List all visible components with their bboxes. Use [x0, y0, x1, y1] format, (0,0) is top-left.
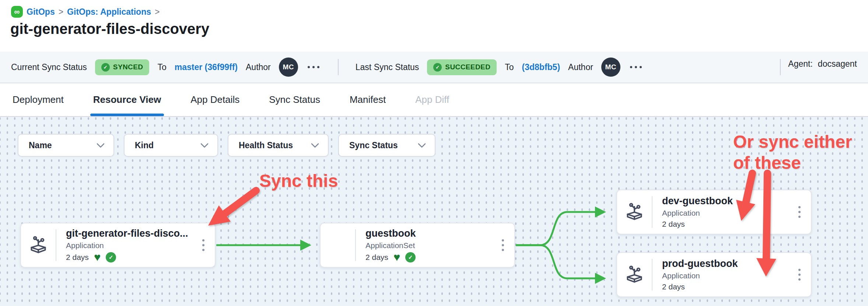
- last-sync-status-badge: ✓ SUCCEEDED: [427, 59, 497, 75]
- node-title: git-generator-files-disco...: [66, 228, 215, 239]
- node-kebab-menu-icon[interactable]: [796, 204, 803, 220]
- node-git-generator-files-discovery[interactable]: git-generator-files-disco... Application…: [20, 223, 216, 268]
- current-sync-status-label: Current Sync Status: [11, 62, 87, 72]
- agent-group: Agent: docsagent: [780, 59, 857, 75]
- breadcrumb-separator: >: [59, 7, 63, 17]
- current-revision-link[interactable]: master (36f99ff): [175, 62, 238, 72]
- filter-kind-dropdown[interactable]: Kind: [124, 134, 218, 157]
- last-more-actions-icon[interactable]: [629, 65, 643, 70]
- filter-health-status-label: Health Status: [239, 140, 293, 150]
- filter-sync-status-dropdown[interactable]: Sync Status: [338, 134, 435, 157]
- node-title: dev-guestbook: [662, 195, 811, 207]
- last-author-label: Author: [568, 62, 593, 72]
- health-heart-icon: ♥: [94, 253, 101, 261]
- filter-health-status-dropdown[interactable]: Health Status: [228, 134, 329, 157]
- breadcrumb-separator: >: [155, 7, 160, 17]
- check-circle-icon: ✓: [101, 63, 110, 72]
- annotation-or-sync-line1: Or sync either: [733, 131, 866, 152]
- sync-status-bar: Current Sync Status ✓ SYNCED To master (…: [0, 52, 868, 83]
- node-kind: Application: [662, 209, 811, 218]
- page-title: git-generator-files-discovery: [10, 21, 209, 37]
- chevron-down-icon: [97, 143, 105, 148]
- edge-guestbook-to-dev: [516, 212, 603, 245]
- node-guestbook[interactable]: guestbook ApplicationSet 2 days ♥ ✓: [320, 223, 515, 268]
- node-age: 2 days: [365, 253, 388, 262]
- node-dev-guestbook[interactable]: dev-guestbook Application 2 days: [616, 189, 812, 234]
- last-sync-status-label: Last Sync Status: [356, 62, 419, 72]
- health-heart-icon: ♥: [393, 253, 400, 261]
- check-circle-icon: ✓: [433, 63, 442, 72]
- tab-sync-status[interactable]: Sync Status: [269, 83, 320, 116]
- app-tabs: Deployment Resource View App Details Syn…: [0, 83, 868, 116]
- chevron-down-icon: [418, 143, 426, 148]
- application-resource-icon: [617, 190, 652, 234]
- node-kind: ApplicationSet: [365, 241, 514, 250]
- annotation-sync-this: Sync this: [259, 170, 338, 191]
- tab-resource-view[interactable]: Resource View: [93, 83, 161, 116]
- filter-kind-label: Kind: [135, 140, 154, 150]
- last-author-avatar: MC: [601, 58, 620, 77]
- filter-sync-status-label: Sync Status: [349, 140, 398, 150]
- current-author-label: Author: [246, 62, 271, 72]
- node-title: guestbook: [365, 228, 514, 239]
- node-title: prod-guestbook: [662, 258, 811, 270]
- last-revision-link[interactable]: (3d8bfb5): [522, 62, 560, 72]
- divider: [338, 59, 339, 75]
- application-resource-icon: [617, 253, 652, 296]
- breadcrumb-link-applications[interactable]: GitOps: Applications: [67, 7, 151, 17]
- chevron-down-icon: [200, 143, 209, 148]
- applicationset-icon-placeholder: [321, 223, 355, 267]
- tab-app-details[interactable]: App Details: [190, 83, 239, 116]
- current-sync-status-badge: ✓ SYNCED: [95, 59, 150, 75]
- last-to-label: To: [505, 62, 514, 72]
- node-age: 2 days: [66, 253, 89, 262]
- synced-check-icon: ✓: [106, 252, 116, 262]
- tab-deployment[interactable]: Deployment: [13, 83, 64, 116]
- agent-label: Agent:: [788, 59, 813, 75]
- node-kebab-menu-icon[interactable]: [500, 237, 506, 253]
- last-sync-status-badge-label: SUCCEEDED: [445, 63, 490, 71]
- edge-guestbook-to-prod: [516, 245, 603, 278]
- page-header: ∞ GitOps > GitOps: Applications > git-ge…: [0, 0, 868, 52]
- current-author-avatar: MC: [279, 58, 298, 77]
- node-age: 2 days: [662, 282, 685, 291]
- current-to-label: To: [157, 62, 166, 72]
- gitops-logo-icon: ∞: [11, 6, 23, 18]
- divider: [780, 59, 781, 75]
- breadcrumb: ∞ GitOps > GitOps: Applications >: [11, 6, 160, 18]
- chevron-down-icon: [311, 143, 319, 148]
- node-kebab-menu-icon[interactable]: [200, 237, 207, 253]
- agent-value: docsagent: [818, 59, 857, 75]
- tab-app-diff[interactable]: App Diff: [415, 83, 449, 116]
- node-age: 2 days: [662, 220, 685, 229]
- node-kebab-menu-icon[interactable]: [796, 267, 803, 283]
- filter-name-label: Name: [29, 140, 52, 150]
- annotation-or-sync: Or sync either of these: [733, 131, 866, 173]
- synced-check-icon: ✓: [405, 252, 416, 262]
- current-sync-status-badge-label: SYNCED: [113, 63, 143, 71]
- node-kind: Application: [662, 271, 811, 280]
- tab-manifest[interactable]: Manifest: [350, 83, 386, 116]
- annotation-arrow-sync-this: [225, 191, 256, 213]
- application-resource-icon: [21, 223, 56, 267]
- breadcrumb-link-gitops[interactable]: GitOps: [27, 7, 55, 17]
- node-prod-guestbook[interactable]: prod-guestbook Application 2 days: [616, 252, 812, 297]
- node-kind: Application: [66, 241, 215, 250]
- filter-name-dropdown[interactable]: Name: [18, 134, 114, 157]
- annotation-or-sync-line2: of these: [733, 152, 866, 173]
- current-more-actions-icon[interactable]: [306, 65, 321, 70]
